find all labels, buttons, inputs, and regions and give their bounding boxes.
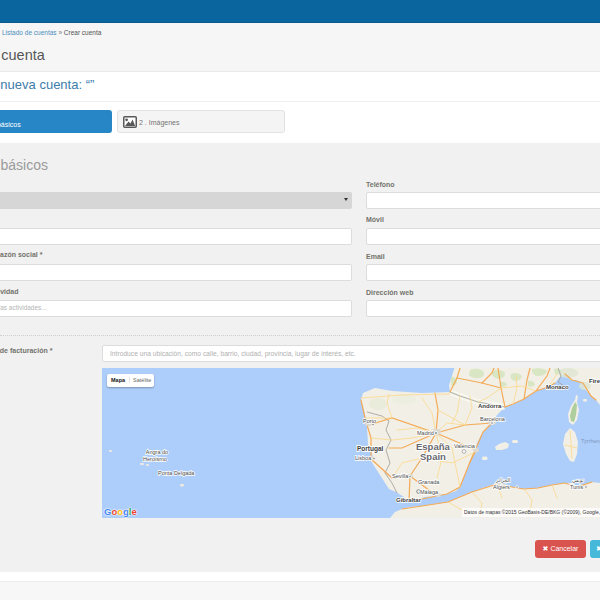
svg-text:Gibraltar: Gibraltar [396,497,422,503]
svg-text:Angra do: Angra do [146,449,168,455]
svg-text:الجزائر: الجزائر [495,477,510,483]
svg-text:Heroísmo: Heroísmo [143,456,167,462]
svg-text:Valencia: Valencia [454,443,476,449]
svg-text:Sevilla: Sevilla [392,473,409,479]
svg-text:Málaga: Málaga [420,489,439,495]
svg-text:Tunis: Tunis [570,484,583,490]
svg-text:Granada: Granada [418,479,440,485]
svg-text:Andorra: Andorra [478,403,502,409]
svg-text:تونس: تونس [572,477,584,483]
svg-text:Tyrrheni: Tyrrheni [581,438,600,444]
svg-text:Porto: Porto [363,418,376,424]
svg-text:Spain: Spain [420,451,446,462]
svg-text:Algiers: Algiers [493,484,510,490]
svg-text:Ponta Delgada: Ponta Delgada [158,470,195,476]
svg-text:Fire: Fire [589,378,600,384]
svg-text:Madrid: Madrid [417,430,434,436]
svg-text:Lisboa: Lisboa [355,455,372,461]
svg-text:Barcelona: Barcelona [480,416,506,422]
svg-text:Portugal: Portugal [357,445,384,453]
svg-text:Monaco: Monaco [546,384,569,390]
